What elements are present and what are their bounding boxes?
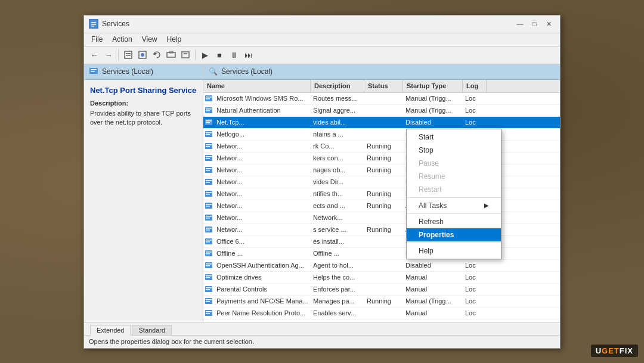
service-row[interactable]: Networ...ntifies th...RunningManualLoc xyxy=(203,188,560,200)
service-name: Networ... xyxy=(214,166,311,173)
tabs-bar: Extended Standard xyxy=(84,322,560,335)
svg-rect-60 xyxy=(206,263,212,265)
service-status: Running xyxy=(364,190,403,197)
service-row[interactable]: Payments and NFC/SE Mana...Manages pa...… xyxy=(203,296,560,308)
service-row[interactable]: OpenSSH Authentication Ag...Agent to hol… xyxy=(203,260,560,272)
service-log: Loc xyxy=(463,107,487,114)
service-desc: ntains a ... xyxy=(311,131,364,138)
svg-rect-25 xyxy=(206,122,210,123)
service-row[interactable]: Microsoft Windows SMS Ro...Routes mess..… xyxy=(203,93,560,105)
svg-point-8 xyxy=(141,53,144,57)
service-row[interactable]: Networ...ects and ...RunningAutomaticNe xyxy=(203,200,560,212)
context-menu-item-restart: Restart xyxy=(407,183,501,196)
service-desc: Helps the co... xyxy=(311,274,364,281)
left-panel-header: Services (Local) xyxy=(84,64,203,80)
service-row[interactable]: Peer Name Resolution Proto...Enables ser… xyxy=(203,308,560,319)
left-panel: Services (Local) Net.Tcp Port Sharing Se… xyxy=(84,64,203,322)
menu-file[interactable]: File xyxy=(86,34,107,45)
service-name: OpenSSH Authentication Ag... xyxy=(214,262,311,269)
service-name: Networ... xyxy=(214,202,311,209)
service-row[interactable]: Netlogo...ntains a ...ManualLoc xyxy=(203,129,560,141)
service-row[interactable]: Networ...nages ob...RunningManualLoc xyxy=(203,165,560,176)
toolbar-btn-6[interactable] xyxy=(165,48,178,61)
maximize-button[interactable]: □ xyxy=(528,18,541,30)
svg-rect-21 xyxy=(206,108,212,110)
service-log: Loc xyxy=(463,119,487,126)
services-local-icon xyxy=(89,66,98,77)
window-title: Services xyxy=(102,20,129,28)
submenu-arrow-icon: ▶ xyxy=(484,202,489,209)
close-button[interactable]: ✕ xyxy=(542,18,555,30)
menu-help[interactable]: Help xyxy=(162,34,187,45)
svg-rect-54 xyxy=(206,240,212,241)
service-row[interactable]: Natural AuthenticationSignal aggre...Man… xyxy=(203,105,560,117)
col-header-startup[interactable]: Startup Type xyxy=(403,80,463,92)
svg-rect-70 xyxy=(206,301,210,302)
service-icon xyxy=(203,308,214,318)
context-menu-separator xyxy=(407,197,501,198)
svg-rect-18 xyxy=(206,97,212,98)
service-name: Networ... xyxy=(214,178,311,185)
service-icon xyxy=(203,284,214,294)
service-row[interactable]: Networ...kers con...RunningManual (Trigg… xyxy=(203,153,560,165)
service-desc: Network... xyxy=(311,214,364,221)
context-menu-item-stop[interactable]: Stop xyxy=(407,144,501,157)
toolbar-btn-5[interactable] xyxy=(150,48,163,61)
menu-action[interactable]: Action xyxy=(107,34,137,45)
service-name: Networ... xyxy=(214,190,311,197)
service-desc: es install... xyxy=(311,238,364,245)
svg-rect-6 xyxy=(126,55,131,56)
svg-rect-55 xyxy=(206,241,210,243)
svg-rect-66 xyxy=(206,287,212,288)
service-row[interactable]: Optimize drivesHelps the co...ManualLoc xyxy=(203,272,560,284)
forward-button[interactable]: → xyxy=(102,48,115,61)
svg-rect-33 xyxy=(206,156,212,157)
col-header-name[interactable]: Name xyxy=(203,80,311,92)
service-status: Running xyxy=(364,202,403,209)
toolbar-btn-3[interactable] xyxy=(122,48,135,61)
minimize-button[interactable]: — xyxy=(513,18,527,30)
right-panel: 🔍 Services (Local) Name Description Stat… xyxy=(203,64,560,322)
service-row[interactable]: Net.Tcp...vides abil...DisabledLoc xyxy=(203,117,560,129)
context-menu-item-refresh[interactable]: Refresh xyxy=(407,215,501,228)
service-row[interactable]: Office 6...es install...ManualLoc xyxy=(203,236,560,248)
col-header-desc[interactable]: Description xyxy=(311,80,364,92)
next-button[interactable]: ⏭ xyxy=(242,48,255,61)
svg-rect-61 xyxy=(206,265,210,266)
service-row[interactable]: Networ...Network...Manual (Trigg...Loc xyxy=(203,212,560,224)
back-button[interactable]: ← xyxy=(88,48,101,61)
stop-button[interactable]: ■ xyxy=(213,48,226,61)
service-startup: Manual (Trigg... xyxy=(403,107,463,114)
service-desc: ects and ... xyxy=(311,202,364,209)
service-row[interactable]: Parental ControlsEnforces par...ManualLo… xyxy=(203,284,560,296)
col-header-status[interactable]: Status xyxy=(364,80,403,92)
service-row[interactable]: Networ...s service ...RunningAutomaticLo… xyxy=(203,224,560,236)
service-row[interactable]: Networ...rk Co...RunningManual (Trigg...… xyxy=(203,141,560,153)
context-menu-item-help[interactable]: Help xyxy=(407,244,501,257)
context-menu-item-properties[interactable]: Properties xyxy=(407,228,501,241)
service-status: Running xyxy=(364,142,403,150)
menu-view[interactable]: View xyxy=(137,34,162,45)
service-icon xyxy=(203,141,214,151)
svg-rect-57 xyxy=(206,252,212,253)
toolbar-btn-7[interactable] xyxy=(179,48,192,61)
tab-extended[interactable]: Extended xyxy=(90,325,131,336)
col-header-log[interactable]: Log xyxy=(463,80,487,92)
service-startup: Manual xyxy=(403,309,463,317)
svg-rect-69 xyxy=(206,299,212,300)
context-menu-item-pause: Pause xyxy=(407,157,501,170)
context-menu-item-start[interactable]: Start xyxy=(407,131,501,144)
toolbar-btn-4[interactable] xyxy=(136,48,149,61)
svg-rect-27 xyxy=(206,132,212,134)
play-button[interactable]: ▶ xyxy=(199,48,212,61)
service-name: Payments and NFC/SE Mana... xyxy=(214,297,311,305)
pause-button[interactable]: ⏸ xyxy=(227,48,240,61)
context-menu-item-all-tasks[interactable]: All Tasks▶ xyxy=(407,199,501,212)
service-status: Running xyxy=(364,297,403,305)
service-startup: Manual (Trigg... xyxy=(403,297,463,305)
svg-rect-64 xyxy=(206,277,210,278)
service-icon xyxy=(203,165,214,175)
service-row[interactable]: Offline ...Offline ...Manual (Trigg...Lo… xyxy=(203,248,560,260)
service-row[interactable]: Networ...vides Dir...Manual (Trigg...Loc xyxy=(203,176,560,188)
tab-standard[interactable]: Standard xyxy=(132,325,172,335)
